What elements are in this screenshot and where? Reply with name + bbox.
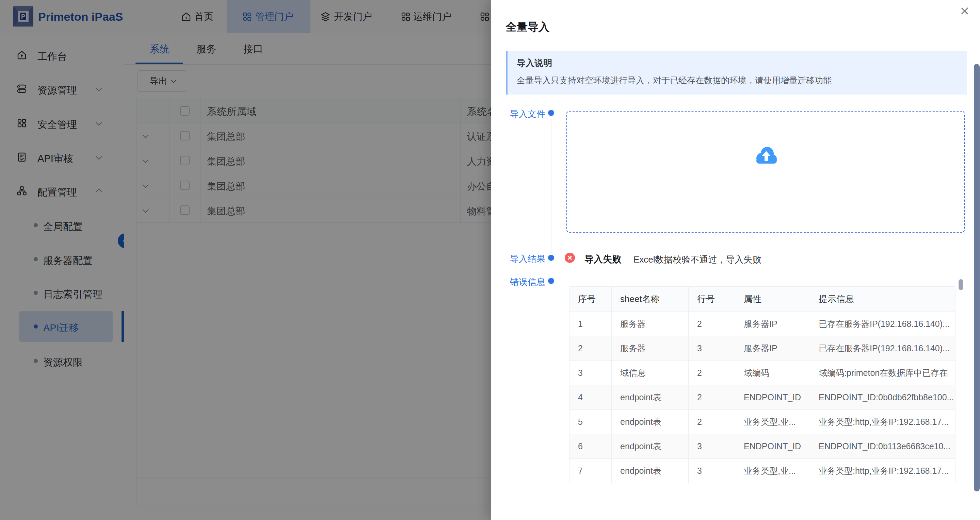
table-cell: 3 <box>570 361 612 385</box>
app-root: P Primeton iPaaS 首页 管理门户 开发门户 <box>0 0 980 520</box>
upload-dropzone[interactable]: 点击上传，或将文件拖到此处 请上传ZIP压缩文件 <box>566 111 965 233</box>
table-cell: 4 <box>570 385 612 410</box>
table-cell: 2 <box>689 385 735 410</box>
table-cell: endpoint表 <box>612 385 689 410</box>
table-cell: endpoint表 <box>612 459 689 483</box>
result-message: Excel数据校验不通过，导入失败 <box>633 254 762 266</box>
close-icon[interactable] <box>957 3 972 18</box>
import-notice-box: 导入说明 全量导入只支持对空环境进行导入，对于已经存在数据的环境，请使用增量迁移… <box>506 51 967 95</box>
column-header: 行号 <box>689 287 735 312</box>
table-cell: 服务器IP <box>735 336 810 361</box>
table-cell: 业务类型:http,业务IP:192.168.17... <box>810 410 956 434</box>
table-cell: 2 <box>689 361 735 385</box>
table-cell: endpoint表 <box>612 410 689 434</box>
table-cell: 3 <box>689 336 735 361</box>
table-cell: 2 <box>570 336 612 361</box>
table-row: 5endpoint表2业务类型,业...业务类型:http,业务IP:192.1… <box>570 410 956 434</box>
table-cell: 3 <box>689 434 735 459</box>
drawer-title: 全量导入 <box>506 20 549 35</box>
column-header: 序号 <box>570 287 612 312</box>
import-file-label: 导入文件 <box>494 108 545 120</box>
table-cell: 域信息 <box>612 361 689 385</box>
notice-title: 导入说明 <box>517 57 552 69</box>
table-row: 4endpoint表2ENDPOINT_IDENDPOINT_ID:0b0db6… <box>570 385 956 410</box>
import-result-label: 导入结果 <box>494 253 545 265</box>
full-import-drawer: 全量导入 导入说明 全量导入只支持对空环境进行导入，对于已经存在数据的环境，请使… <box>491 0 980 520</box>
table-cell: 业务类型,业... <box>735 410 810 434</box>
result-status: 导入失败 <box>584 253 621 265</box>
table-cell: 3 <box>689 459 735 483</box>
table-scrollbar-thumb[interactable] <box>959 279 963 290</box>
table-cell: 已存在服务器IP(192.168.16.140)... <box>810 336 956 361</box>
table-cell: 服务器IP <box>735 312 810 336</box>
table-cell: 2 <box>689 410 735 434</box>
table-row: 7endpoint表3业务类型,业...业务类型:http,业务IP:192.1… <box>570 459 956 483</box>
drawer-scrollbar-thumb[interactable] <box>974 64 980 491</box>
error-circle-icon <box>565 253 575 263</box>
error-table: 序号sheet名称行号属性提示信息 1服务器2服务器IP已存在服务器IP(192… <box>569 286 956 483</box>
table-cell: 5 <box>570 410 612 434</box>
column-header: 属性 <box>735 287 810 312</box>
table-cell: 业务类型:http,业务IP:192.168.17... <box>810 459 956 483</box>
table-cell: 服务器 <box>612 336 689 361</box>
table-cell: 业务类型,业... <box>735 459 810 483</box>
table-row: 6endpoint表3ENDPOINT_IDENDPOINT_ID:0b113e… <box>570 434 956 459</box>
cloud-upload-icon <box>752 144 780 167</box>
error-table-header: 序号sheet名称行号属性提示信息 <box>570 287 956 312</box>
table-cell: 已存在服务器IP(192.168.16.140)... <box>810 312 956 336</box>
table-cell: endpoint表 <box>612 434 689 459</box>
table-cell: ENDPOINT_ID:0b113e6683ce10... <box>810 434 956 459</box>
error-info-label: 错误信息 <box>494 276 545 288</box>
table-cell: 6 <box>570 434 612 459</box>
error-table-body: 1服务器2服务器IP已存在服务器IP(192.168.16.140)...2服务… <box>570 312 956 483</box>
table-row: 2服务器3服务器IP已存在服务器IP(192.168.16.140)... <box>570 336 956 361</box>
table-cell: ENDPOINT_ID <box>735 385 810 410</box>
table-cell: ENDPOINT_ID <box>735 434 810 459</box>
table-cell: 服务器 <box>612 312 689 336</box>
timeline-line <box>551 119 552 254</box>
dot-icon <box>548 278 554 284</box>
notice-text: 全量导入只支持对空环境进行导入，对于已经存在数据的环境，请使用增量迁移功能 <box>517 75 832 86</box>
table-row: 3域信息2域编码域编码:primeton在数据库中已存在 <box>570 361 956 385</box>
table-cell: 1 <box>570 312 612 336</box>
error-table-header-row: 序号sheet名称行号属性提示信息 <box>570 287 956 312</box>
table-cell: 域编码 <box>735 361 810 385</box>
dot-icon <box>548 110 554 116</box>
table-cell: ENDPOINT_ID:0b0db62fbb8e100... <box>810 385 956 410</box>
table-cell: 域编码:primeton在数据库中已存在 <box>810 361 956 385</box>
dot-icon <box>548 255 554 261</box>
column-header: sheet名称 <box>612 287 689 312</box>
table-cell: 7 <box>570 459 612 483</box>
column-header: 提示信息 <box>810 287 956 312</box>
table-row: 1服务器2服务器IP已存在服务器IP(192.168.16.140)... <box>570 312 956 336</box>
table-cell: 2 <box>689 312 735 336</box>
